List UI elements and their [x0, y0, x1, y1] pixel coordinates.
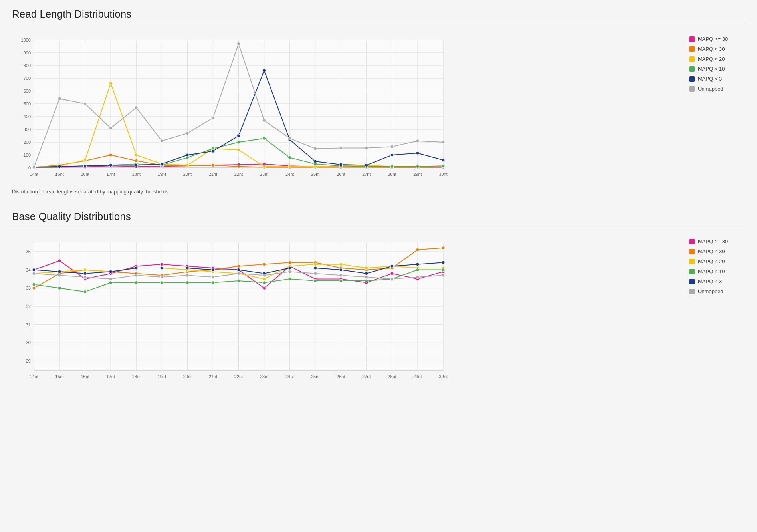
legend-item: Unmapped: [689, 86, 745, 92]
svg-text:28nt: 28nt: [388, 172, 396, 177]
svg-text:29nt: 29nt: [413, 172, 422, 177]
svg-point-259: [365, 266, 368, 270]
svg-text:400: 400: [24, 114, 31, 119]
svg-point-221: [263, 286, 266, 290]
svg-text:29: 29: [26, 359, 31, 363]
svg-text:700: 700: [24, 76, 31, 81]
svg-point-284: [135, 266, 138, 270]
legend-color: [689, 46, 695, 52]
svg-point-133: [186, 153, 189, 157]
legend-color: [689, 259, 695, 264]
legend-label: MAPQ < 20: [698, 258, 725, 264]
svg-point-134: [211, 149, 214, 153]
chart1-description: Distribution of read lengths separated b…: [12, 189, 745, 195]
legend-color: [689, 86, 695, 92]
legend-label: MAPQ < 30: [698, 46, 725, 52]
legend-label: MAPQ < 30: [698, 248, 725, 254]
svg-point-139: [339, 163, 343, 166]
svg-point-119: [263, 137, 266, 140]
legend-label: MAPQ < 10: [698, 66, 725, 72]
svg-point-312: [416, 276, 419, 279]
svg-point-145: [58, 97, 61, 100]
svg-point-274: [314, 279, 317, 282]
svg-text:900: 900: [24, 50, 31, 55]
svg-text:25nt: 25nt: [311, 374, 319, 379]
svg-point-99: [186, 164, 189, 167]
svg-point-80: [135, 159, 138, 162]
svg-point-129: [83, 164, 87, 167]
svg-point-128: [58, 165, 61, 168]
svg-point-148: [135, 106, 138, 109]
svg-point-142: [416, 151, 419, 155]
svg-point-294: [390, 264, 394, 268]
svg-point-311: [390, 277, 394, 280]
svg-point-285: [160, 266, 163, 270]
svg-text:33: 33: [26, 286, 31, 290]
svg-point-263: [32, 283, 36, 286]
svg-text:100: 100: [24, 153, 31, 157]
svg-text:21nt: 21nt: [209, 374, 217, 379]
svg-point-146: [83, 102, 87, 105]
legend-label: MAPQ < 3: [698, 76, 722, 82]
svg-point-96: [109, 82, 112, 85]
svg-text:30nt: 30nt: [439, 374, 447, 379]
svg-text:22nt: 22nt: [234, 172, 243, 177]
svg-text:29nt: 29nt: [413, 374, 422, 379]
legend-item: MAPQ < 20: [689, 56, 745, 62]
legend-item: MAPQ >= 30: [689, 36, 745, 42]
svg-text:800: 800: [24, 63, 31, 68]
svg-point-257: [314, 263, 317, 266]
svg-point-141: [390, 153, 394, 157]
svg-point-83: [211, 164, 214, 167]
svg-point-300: [109, 277, 112, 280]
svg-text:27nt: 27nt: [362, 374, 371, 379]
svg-text:14nt: 14nt: [30, 172, 38, 177]
svg-point-287: [211, 268, 214, 272]
svg-point-130: [109, 164, 112, 167]
legend-item: MAPQ < 10: [689, 66, 745, 72]
chart1-svg: 0100200300400500600700800900100014nt15nt…: [12, 32, 451, 184]
legend-label: Unmapped: [698, 86, 723, 92]
svg-point-124: [390, 165, 394, 168]
svg-point-308: [314, 272, 317, 275]
svg-point-305: [237, 272, 240, 275]
svg-point-140: [365, 164, 368, 167]
legend-label: MAPQ < 20: [698, 56, 725, 62]
svg-point-276: [365, 279, 368, 282]
svg-point-288: [237, 268, 240, 272]
svg-point-159: [416, 139, 419, 143]
legend-color: [689, 76, 695, 82]
svg-point-155: [314, 147, 317, 150]
svg-text:16nt: 16nt: [81, 374, 89, 379]
legend-item: MAPQ < 30: [689, 248, 745, 254]
svg-point-103: [288, 165, 291, 168]
svg-point-301: [135, 274, 138, 277]
svg-text:17nt: 17nt: [106, 374, 115, 379]
svg-text:28nt: 28nt: [388, 374, 396, 379]
svg-text:20nt: 20nt: [183, 374, 192, 379]
svg-point-248: [83, 268, 87, 272]
svg-text:34: 34: [26, 268, 31, 272]
svg-point-160: [442, 141, 445, 144]
legend-color: [689, 289, 695, 294]
legend-label: MAPQ < 3: [698, 278, 722, 284]
svg-point-271: [237, 279, 240, 282]
svg-point-281: [58, 270, 61, 273]
svg-point-152: [237, 42, 240, 46]
svg-text:19nt: 19nt: [158, 172, 166, 177]
svg-text:31: 31: [26, 322, 31, 327]
svg-point-264: [58, 286, 61, 290]
svg-point-158: [390, 145, 394, 148]
svg-point-237: [237, 264, 240, 268]
svg-point-258: [339, 263, 343, 266]
svg-text:23nt: 23nt: [260, 172, 268, 177]
chart-container-2: 2930313233343514nt15nt16nt17nt18nt19nt20…: [12, 234, 745, 388]
svg-point-147: [109, 127, 112, 130]
svg-point-213: [58, 259, 61, 262]
legend-item: MAPQ < 20: [689, 258, 745, 264]
svg-text:32: 32: [26, 304, 31, 309]
svg-point-126: [442, 164, 445, 167]
svg-point-136: [263, 69, 266, 72]
legend-label: Unmapped: [698, 288, 723, 294]
chart2-svg: 2930313233343514nt15nt16nt17nt18nt19nt20…: [12, 234, 451, 386]
